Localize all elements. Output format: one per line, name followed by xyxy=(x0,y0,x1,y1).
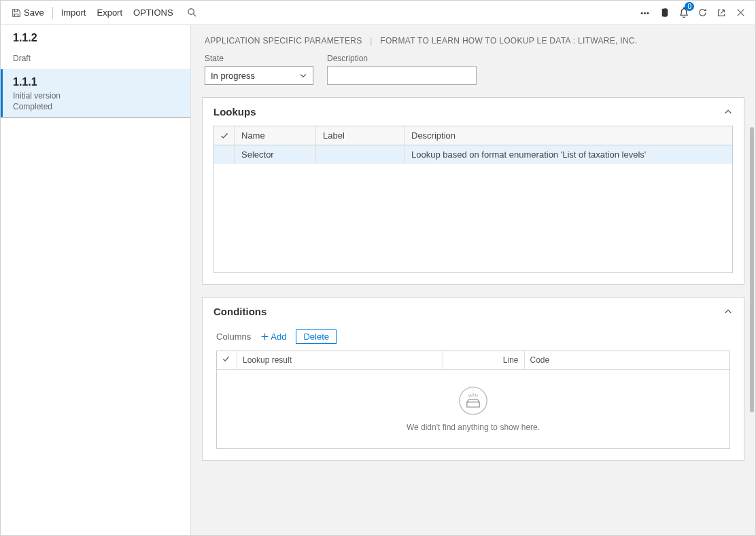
svg-line-1 xyxy=(193,14,196,16)
version-item[interactable]: 1.1.2 Draft xyxy=(1,25,190,69)
svg-rect-2 xyxy=(640,12,643,14)
conditions-panel: Conditions Columns Add Delete xyxy=(202,297,744,461)
conditions-toolbar: Columns Add Delete xyxy=(203,325,744,351)
columns-button[interactable]: Columns xyxy=(216,332,251,342)
column-line[interactable]: Line xyxy=(443,351,525,369)
import-button[interactable]: Import xyxy=(56,5,92,20)
office-icon[interactable] xyxy=(655,3,674,22)
select-all-column[interactable] xyxy=(217,351,237,369)
add-button[interactable]: Add xyxy=(260,332,286,342)
column-label[interactable]: Label xyxy=(316,126,405,145)
chevron-up-icon xyxy=(723,307,733,317)
toolbar: Save Import Export OPTIONS 0 xyxy=(1,1,755,25)
version-item-selected[interactable]: 1.1.1 Initial version Completed xyxy=(1,69,190,118)
version-title: 1.1.2 xyxy=(13,32,178,44)
notifications-button[interactable]: 0 xyxy=(674,3,693,22)
chevron-up-icon xyxy=(723,107,733,117)
export-button[interactable]: Export xyxy=(91,5,128,20)
svg-line-10 xyxy=(475,394,476,397)
version-title: 1.1.1 xyxy=(13,76,178,88)
lookups-header[interactable]: Lookups xyxy=(203,98,744,126)
toolbar-separator xyxy=(52,7,53,19)
connection-icon[interactable] xyxy=(636,3,655,22)
delete-button[interactable]: Delete xyxy=(296,329,337,344)
cell-description: Lookup based on format enumeration 'List… xyxy=(405,145,732,164)
table-empty-area xyxy=(214,164,732,272)
empty-folder-icon xyxy=(458,386,488,416)
table-header-row: Name Label Description xyxy=(214,126,732,145)
svg-point-0 xyxy=(188,9,194,14)
breadcrumb: APPLICATION SPECIFIC PARAMETERS | FORMAT… xyxy=(191,25,755,54)
svg-line-9 xyxy=(470,394,471,397)
column-description[interactable]: Description xyxy=(405,126,732,145)
breadcrumb-separator: | xyxy=(370,36,372,46)
lookups-table: Name Label Description Selector Lookup b… xyxy=(213,126,733,273)
cell-name: Selector xyxy=(235,145,316,164)
breadcrumb-part2: FORMAT TO LEARN HOW TO LOOKUP LE DATA : … xyxy=(380,36,637,46)
close-button[interactable] xyxy=(731,3,750,22)
row-checkbox[interactable] xyxy=(214,145,235,164)
chevron-down-icon xyxy=(299,71,307,79)
version-status: Draft xyxy=(13,54,178,63)
plus-icon xyxy=(260,332,269,341)
lookups-title: Lookups xyxy=(213,106,256,118)
version-subtitle: Initial version xyxy=(13,91,178,101)
svg-line-8 xyxy=(477,395,478,397)
svg-rect-4 xyxy=(647,12,649,14)
description-label: Description xyxy=(327,54,477,63)
state-field: State In progress xyxy=(205,54,313,85)
state-dropdown[interactable]: In progress xyxy=(205,66,313,85)
refresh-button[interactable] xyxy=(693,3,712,22)
conditions-header[interactable]: Conditions xyxy=(203,298,744,325)
save-label: Save xyxy=(24,7,44,18)
empty-text: We didn't find anything to show here. xyxy=(217,423,729,432)
options-button[interactable]: OPTIONS xyxy=(128,5,179,20)
breadcrumb-part1: APPLICATION SPECIFIC PARAMETERS xyxy=(205,36,362,46)
check-icon xyxy=(220,132,228,140)
state-value: In progress xyxy=(211,71,255,81)
description-input[interactable] xyxy=(327,66,477,85)
column-lookup-result[interactable]: Lookup result xyxy=(237,351,443,369)
table-row[interactable]: Selector Lookup based on format enumerat… xyxy=(214,145,732,164)
save-icon xyxy=(12,8,21,18)
select-all-column[interactable] xyxy=(214,126,235,145)
cell-label xyxy=(316,145,405,164)
version-status: Completed xyxy=(13,102,178,111)
save-button[interactable]: Save xyxy=(6,5,50,20)
svg-line-6 xyxy=(469,395,470,397)
empty-state: We didn't find anything to show here. xyxy=(217,370,729,448)
version-sidebar: 1.1.2 Draft 1.1.1 Initial version Comple… xyxy=(1,25,191,535)
add-label: Add xyxy=(271,332,286,342)
description-field: Description xyxy=(327,54,477,85)
state-label: State xyxy=(205,54,313,63)
conditions-title: Conditions xyxy=(213,306,267,317)
search-icon xyxy=(187,7,197,18)
conditions-table: Lookup result Line Code We didn't find a… xyxy=(216,351,730,449)
check-icon xyxy=(222,355,230,363)
conditions-header-row: Lookup result Line Code xyxy=(217,351,729,370)
lookups-panel: Lookups Name Label Description xyxy=(202,97,744,285)
column-name[interactable]: Name xyxy=(235,126,316,145)
svg-point-5 xyxy=(460,387,487,414)
column-code[interactable]: Code xyxy=(525,351,730,369)
svg-rect-3 xyxy=(644,12,647,14)
popout-button[interactable] xyxy=(712,3,731,22)
search-button[interactable] xyxy=(183,3,202,22)
main-content: APPLICATION SPECIFIC PARAMETERS | FORMAT… xyxy=(191,25,755,535)
scrollbar[interactable] xyxy=(750,127,754,412)
